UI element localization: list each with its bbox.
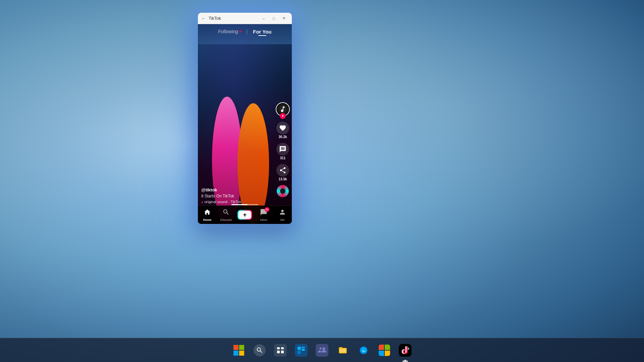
right-actions: + 30.2k 311 [276, 102, 290, 197]
music-info[interactable]: ♪ original sound - TikTok [201, 200, 273, 204]
comment-action[interactable]: 311 [276, 143, 289, 160]
music-name: original sound - TikTok [205, 200, 241, 204]
taskbar-widgets[interactable] [292, 341, 311, 360]
video-description: It Starts On TikTok [201, 194, 273, 198]
back-button[interactable]: ← [201, 16, 206, 21]
svg-rect-5 [302, 347, 305, 348]
svg-rect-4 [298, 347, 301, 350]
follow-button[interactable]: + [280, 113, 286, 119]
close-button[interactable]: ✕ [279, 15, 288, 22]
window-controls: – □ ✕ [259, 15, 288, 22]
comment-icon [276, 143, 289, 156]
like-count: 30.2k [278, 135, 287, 139]
music-disc [277, 185, 289, 197]
widgets-icon [295, 344, 308, 357]
create-plus-icon: + [238, 211, 251, 219]
music-note-icon: ♪ [201, 200, 203, 204]
inbox-label: Inbox [260, 218, 267, 222]
home-label: Home [203, 218, 211, 222]
taskbar-tiktok[interactable] [396, 341, 415, 360]
titlebar: ← TikTok – □ ✕ [198, 13, 292, 24]
like-action[interactable]: 30.2k [276, 122, 289, 139]
following-label: Following [218, 29, 238, 34]
share-action[interactable]: 13.5k [276, 164, 289, 181]
tiktok-window: ← TikTok – □ ✕ Following | For You [198, 13, 292, 224]
notification-dot [239, 31, 241, 33]
nav-home[interactable]: Home [198, 208, 217, 222]
search-icon [254, 344, 266, 356]
comment-count: 311 [280, 156, 286, 160]
file-explorer-icon [336, 344, 349, 357]
svg-rect-6 [302, 349, 305, 350]
foryou-tab[interactable]: For You [253, 29, 271, 35]
music-disc-inner [280, 188, 285, 194]
bottom-navigation: Home Discover + [198, 205, 292, 224]
svg-rect-3 [281, 351, 284, 353]
taskbar-teams[interactable] [313, 341, 331, 360]
profile-icon [279, 208, 286, 218]
taskbar-start[interactable] [229, 341, 248, 360]
svg-rect-0 [277, 347, 280, 349]
teams-icon [316, 344, 328, 357]
taskbar-edge[interactable] [354, 341, 373, 360]
nav-discover[interactable]: Discover [217, 208, 235, 222]
nav-profile[interactable]: Me [273, 208, 292, 222]
ms-store-icon [379, 345, 390, 356]
creator-name[interactable]: @tiktok [201, 187, 273, 192]
svg-rect-1 [281, 347, 284, 349]
create-button[interactable]: + [238, 210, 252, 220]
desktop-background [0, 0, 644, 362]
taskbar-search[interactable] [250, 341, 269, 360]
nav-divider: | [247, 29, 248, 34]
svg-rect-7 [298, 351, 301, 354]
tiktok-icon [399, 344, 412, 357]
home-icon [204, 208, 211, 218]
maximize-button[interactable]: □ [269, 15, 278, 22]
video-info: @tiktok It Starts On TikTok ♪ original s… [201, 187, 273, 204]
share-count: 13.5k [278, 177, 287, 181]
share-icon [276, 164, 289, 177]
task-view-icon [274, 344, 287, 357]
discover-label: Discover [220, 218, 232, 222]
active-indicator [405, 360, 406, 361]
taskbar-file-explorer[interactable] [333, 341, 352, 360]
tiktok-content: Following | For You + [198, 24, 292, 224]
nav-inbox[interactable]: 11 Inbox [254, 208, 273, 222]
like-icon [276, 122, 289, 134]
music-action[interactable] [277, 185, 289, 197]
top-navigation: Following | For You [198, 24, 292, 39]
minimize-button[interactable]: – [259, 15, 268, 22]
inbox-icon: 11 [260, 208, 267, 218]
inbox-badge: 11 [265, 207, 269, 212]
scroll-indicator [231, 204, 258, 205]
me-label: Me [280, 218, 285, 222]
taskbar [0, 338, 644, 362]
discover-icon [222, 208, 230, 218]
following-tab[interactable]: Following [218, 29, 241, 34]
taskbar-ms-store[interactable] [375, 341, 394, 360]
svg-rect-2 [277, 351, 280, 353]
nav-create[interactable]: + [235, 210, 254, 220]
window-title: TikTok [209, 16, 259, 21]
edge-icon [357, 344, 370, 357]
avatar-container: + [276, 102, 290, 116]
creator-avatar-action[interactable]: + [276, 102, 290, 118]
windows-logo [233, 345, 244, 356]
taskbar-taskview[interactable] [271, 341, 290, 360]
